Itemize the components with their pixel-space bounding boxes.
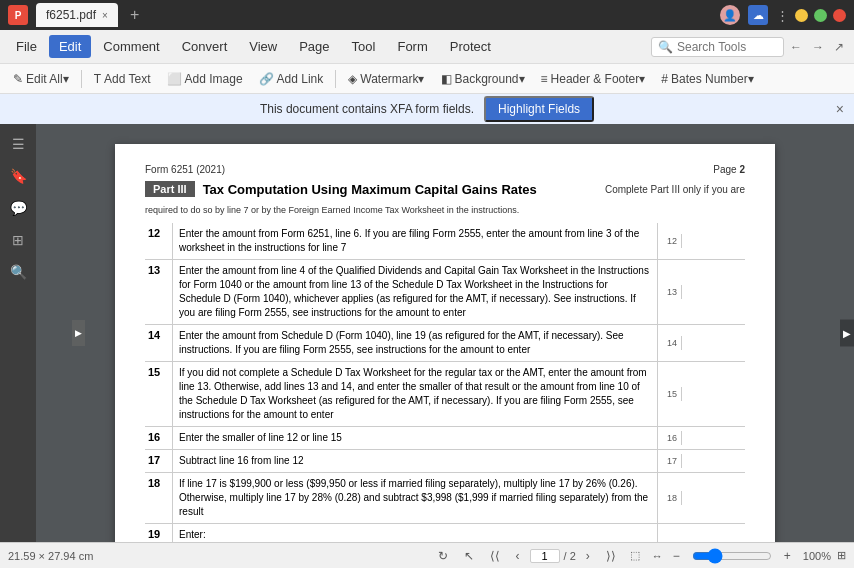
left-panel-collapse-arrow[interactable]: ▶ <box>72 320 85 346</box>
close-button[interactable] <box>833 9 846 22</box>
menu-tool[interactable]: Tool <box>342 35 386 58</box>
menu-form[interactable]: Form <box>387 35 437 58</box>
bottom-bar: 21.59 × 27.94 cm ↻ ↖ ⟨⟨ ‹ / 2 › ⟩⟩ ⬚ ↔ −… <box>0 542 854 568</box>
zoom-slider[interactable] <box>692 548 772 564</box>
row-number: 14 <box>145 325 173 361</box>
row-field[interactable]: 13 <box>657 260 745 324</box>
nav-forward-icon[interactable]: → <box>808 40 828 54</box>
row-field[interactable]: 19 <box>657 524 745 542</box>
tab-label: f6251.pdf <box>46 8 96 22</box>
table-row: 16 Enter the smaller of line 12 or line … <box>145 427 745 450</box>
highlight-fields-button[interactable]: Highlight Fields <box>484 96 594 122</box>
title-bar-right: 👤 ☁ ⋮ <box>720 5 846 25</box>
menu-convert[interactable]: Convert <box>172 35 238 58</box>
menu-file[interactable]: File <box>6 35 47 58</box>
pdf-area: ▶ Form 6251 (2021) Page 2 Part III Tax C… <box>36 124 854 542</box>
tab[interactable]: f6251.pdf × <box>36 3 118 27</box>
menu-bar: File Edit Comment Convert View Page Tool… <box>0 30 854 64</box>
more-icon[interactable]: ⋮ <box>776 8 789 23</box>
zoom-in-button[interactable]: + <box>778 547 797 565</box>
part-title: Tax Computation Using Maximum Capital Ga… <box>203 182 537 197</box>
pdf-scroll[interactable]: Form 6251 (2021) Page 2 Part III Tax Com… <box>36 124 854 542</box>
menu-edit[interactable]: Edit <box>49 35 91 58</box>
search-tools[interactable]: 🔍 <box>651 37 784 57</box>
row-field[interactable]: 15 <box>657 362 745 426</box>
page-number-input[interactable] <box>530 549 560 563</box>
row-field[interactable]: 14 <box>657 325 745 361</box>
notification-bar: This document contains XFA form fields. … <box>0 94 854 124</box>
profile-icon[interactable]: 👤 <box>720 5 740 25</box>
background-button[interactable]: ◧ Background▾ <box>434 69 532 89</box>
menu-comment[interactable]: Comment <box>93 35 169 58</box>
sidebar-menu-icon[interactable]: ☰ <box>6 132 30 156</box>
notification-close-button[interactable]: × <box>836 101 844 117</box>
sidebar-pages-icon[interactable]: ⊞ <box>6 228 30 252</box>
sidebar-comment-icon[interactable]: 💬 <box>6 196 30 220</box>
minimize-button[interactable] <box>795 9 808 22</box>
menu-page[interactable]: Page <box>289 35 339 58</box>
field-label: 13 <box>658 285 682 299</box>
edit-icon: ✎ <box>13 72 23 86</box>
nav-back-icon[interactable]: ← <box>786 40 806 54</box>
row-description: Enter the amount from Schedule D (Form 1… <box>173 325 657 361</box>
nav-next-button[interactable]: › <box>580 547 596 565</box>
add-image-button[interactable]: ⬜ Add Image <box>160 69 250 89</box>
add-link-button[interactable]: 🔗 Add Link <box>252 69 331 89</box>
part-complete-note: Complete Part III only if you are <box>605 184 745 195</box>
row-number: 18 <box>145 473 173 523</box>
add-text-button[interactable]: T Add Text <box>87 69 158 89</box>
zoom-out-button[interactable]: − <box>667 547 686 565</box>
watermark-icon: ◈ <box>348 72 357 86</box>
menu-protect[interactable]: Protect <box>440 35 501 58</box>
right-panel-expand-arrow[interactable]: ▶ <box>840 320 854 347</box>
row-description: Enter:• $80,800 if married filing jointl… <box>173 524 657 542</box>
background-icon: ◧ <box>441 72 452 86</box>
nav-last-button[interactable]: ⟩⟩ <box>600 547 622 565</box>
search-input[interactable] <box>677 40 777 54</box>
tab-close-icon[interactable]: × <box>102 10 108 21</box>
maximize-button[interactable] <box>814 9 827 22</box>
app-icon: P <box>8 5 28 25</box>
separator-1 <box>81 70 82 88</box>
watermark-button[interactable]: ◈ Watermark▾ <box>341 69 431 89</box>
full-screen-icon[interactable]: ⊞ <box>837 549 846 562</box>
cloud-icon[interactable]: ☁ <box>748 5 768 25</box>
select-tool-button[interactable]: ↖ <box>458 547 480 565</box>
field-label: 18 <box>658 491 682 505</box>
header-footer-button[interactable]: ≡ Header & Footer▾ <box>534 69 653 89</box>
nav-first-button[interactable]: ⟨⟨ <box>484 547 506 565</box>
page-total: / 2 <box>564 550 576 562</box>
row-field[interactable]: 18 <box>657 473 745 523</box>
menu-view[interactable]: View <box>239 35 287 58</box>
cursor-tool-button[interactable]: ↻ <box>432 547 454 565</box>
bates-number-button[interactable]: # Bates Number▾ <box>654 69 760 89</box>
pdf-rows: 12 Enter the amount from Form 6251, line… <box>145 223 745 542</box>
title-bar-icons: 👤 ☁ ⋮ <box>720 5 789 25</box>
row-description: Enter the amount from Form 6251, line 6.… <box>173 223 657 259</box>
nav-prev-button[interactable]: ‹ <box>510 547 526 565</box>
sidebar-bookmark-icon[interactable]: 🔖 <box>6 164 30 188</box>
fit-width-icon[interactable]: ↔ <box>648 550 667 562</box>
zoom-level: 100% <box>803 550 831 562</box>
row-number: 13 <box>145 260 173 324</box>
link-icon: 🔗 <box>259 72 274 86</box>
row-field[interactable]: 17 <box>657 450 745 472</box>
pdf-page: Form 6251 (2021) Page 2 Part III Tax Com… <box>115 144 775 542</box>
field-label: 14 <box>658 336 682 350</box>
sidebar-search-icon[interactable]: 🔍 <box>6 260 30 284</box>
bates-icon: # <box>661 72 668 86</box>
row-field[interactable]: 16 <box>657 427 745 449</box>
part-badge: Part III <box>145 181 195 197</box>
table-row: 13 Enter the amount from line 4 of the Q… <box>145 260 745 325</box>
table-row: 12 Enter the amount from Form 6251, line… <box>145 223 745 260</box>
external-link-icon[interactable]: ↗ <box>830 40 848 54</box>
row-description: If you did not complete a Schedule D Tax… <box>173 362 657 426</box>
text-icon: T <box>94 72 101 86</box>
fit-page-icon[interactable]: ⬚ <box>626 549 644 562</box>
row-description: Enter the amount from line 4 of the Qual… <box>173 260 657 324</box>
search-icon: 🔍 <box>658 40 673 54</box>
image-icon: ⬜ <box>167 72 182 86</box>
edit-all-button[interactable]: ✎ Edit All▾ <box>6 69 76 89</box>
row-field[interactable]: 12 <box>657 223 745 259</box>
new-tab-button[interactable]: + <box>126 6 143 24</box>
